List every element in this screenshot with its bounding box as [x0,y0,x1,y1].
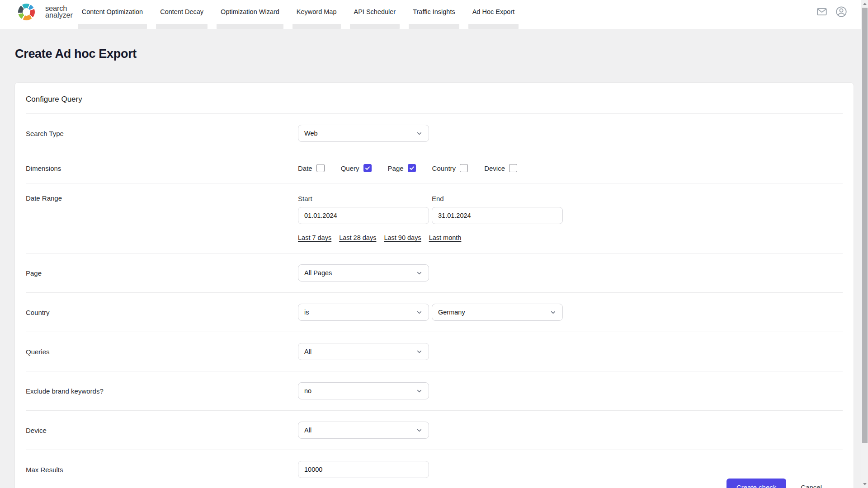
brand-name-line2: analyzer [45,12,73,19]
device-row: Device All [26,411,843,450]
exclude-brand-label: Exclude brand keywords? [26,387,298,395]
shortcut-last-7-days[interactable]: Last 7 days [298,233,331,242]
device-label: Device [26,427,298,434]
page-title: Create Ad hoc Export [15,46,868,61]
dimension-date-checkbox[interactable] [316,164,325,172]
queries-select[interactable]: All [298,343,429,360]
shortcut-last-month[interactable]: Last month [429,233,462,242]
dimension-page-label: Page [388,164,404,172]
country-operator-value: is [304,309,309,316]
chevron-down-icon [416,388,423,394]
check-icon [409,165,415,171]
page-filter-select[interactable]: All Pages [298,264,429,282]
nav-item-api-scheduler[interactable]: API Scheduler [354,0,396,29]
configure-query-card: Configure Query Search Type Web Dimensio… [14,82,854,488]
country-select[interactable]: Germany [432,304,563,321]
nav-item-ad-hoc-export[interactable]: Ad Hoc Export [472,0,515,29]
chevron-down-icon [416,270,423,277]
dimension-option-device: Device [484,164,517,172]
country-controls: is Germany [298,304,563,321]
exclude-brand-value: no [304,387,311,394]
country-operator-select[interactable]: is [298,304,429,321]
dimension-option-country: Country [432,164,468,172]
search-type-row: Search Type Web [26,114,843,153]
dimension-date-label: Date [298,164,312,172]
date-range-label: Date Range [26,194,298,202]
max-results-label: Max Results [26,466,298,474]
country-label: Country [26,309,298,316]
dimension-query-label: Query [341,164,359,172]
dimensions-row: Dimensions Date Query Page [26,153,843,183]
date-end-label: End [432,194,563,203]
app-header: search analyzer Content Optimization Con… [0,0,868,29]
dimension-page-checkbox[interactable] [408,164,416,172]
date-range-row: Date Range Start End Last 7 days Last 28… [26,183,843,253]
logo-divider [40,4,40,20]
chevron-down-icon [416,309,423,316]
brand-logo[interactable]: search analyzer [18,0,73,29]
page-filter-row: Page All Pages [26,253,843,292]
dimensions-label: Dimensions [26,164,298,172]
chevron-down-icon [550,309,557,316]
dimension-option-page: Page [388,164,416,172]
brand-logo-icon [18,4,35,20]
country-row: Country is Germany [26,293,843,332]
brand-name: search analyzer [45,5,73,19]
scrollbar-down-button[interactable] [861,480,868,488]
date-range-controls: Start End Last 7 days Last 28 days Last … [298,194,563,242]
search-type-select[interactable]: Web [298,125,429,142]
max-results-row: Max Results [26,450,843,478]
dimension-option-date: Date [298,164,325,172]
nav-item-content-optimization[interactable]: Content Optimization [82,0,143,29]
scrollbar[interactable] [861,0,868,488]
nav-item-content-decay[interactable]: Content Decay [160,0,203,29]
date-shortcuts: Last 7 days Last 28 days Last 90 days La… [298,233,563,242]
queries-row: Queries All [26,332,843,371]
dimension-country-checkbox[interactable] [460,164,468,172]
queries-value: All [304,348,311,355]
scrollbar-up-button[interactable] [861,0,868,8]
scroll-down-arrow-icon [863,483,867,485]
chevron-down-icon [416,348,423,355]
account-icon[interactable] [835,5,848,18]
main-nav: Content Optimization Content Decay Optim… [82,0,514,29]
dimension-device-checkbox[interactable] [509,164,517,172]
search-type-label: Search Type [26,130,298,137]
chevron-down-icon [416,427,423,434]
exclude-brand-row: Exclude brand keywords? no [26,371,843,410]
search-type-value: Web [304,130,318,137]
create-check-button[interactable]: Create check [726,479,786,488]
scroll-up-arrow-icon [863,3,867,5]
cancel-button[interactable]: Cancel [798,479,825,488]
dimension-option-query: Query [341,164,372,172]
max-results-input[interactable] [298,461,429,478]
date-start-input[interactable] [298,207,429,224]
dimensions-options: Date Query Page Country [298,164,517,172]
dimension-country-label: Country [432,164,456,172]
date-start-group: Start [298,194,429,224]
exclude-brand-select[interactable]: no [298,382,429,399]
card-heading: Configure Query [26,94,843,104]
page-filter-label: Page [26,269,298,277]
shortcut-last-28-days[interactable]: Last 28 days [339,233,376,242]
header-spacer [514,0,816,29]
nav-item-keyword-map[interactable]: Keyword Map [297,0,337,29]
nav-item-optimization-wizard[interactable]: Optimization Wizard [221,0,279,29]
dimension-query-checkbox[interactable] [363,164,372,172]
date-start-label: Start [298,194,429,203]
header-actions [816,0,848,29]
country-value: Germany [438,309,465,316]
page-filter-value: All Pages [304,269,332,277]
nav-item-traffic-insights[interactable]: Traffic Insights [413,0,455,29]
mail-icon[interactable] [816,6,828,18]
shortcut-last-90-days[interactable]: Last 90 days [384,233,421,242]
device-select[interactable]: All [298,422,429,439]
date-end-input[interactable] [432,207,563,224]
check-icon [365,165,370,171]
scrollbar-thumb[interactable] [862,8,868,443]
queries-label: Queries [26,348,298,356]
chevron-down-icon [416,130,423,137]
form-actions: Create check Cancel [26,478,843,488]
dimension-device-label: Device [484,164,505,172]
device-value: All [304,427,311,434]
